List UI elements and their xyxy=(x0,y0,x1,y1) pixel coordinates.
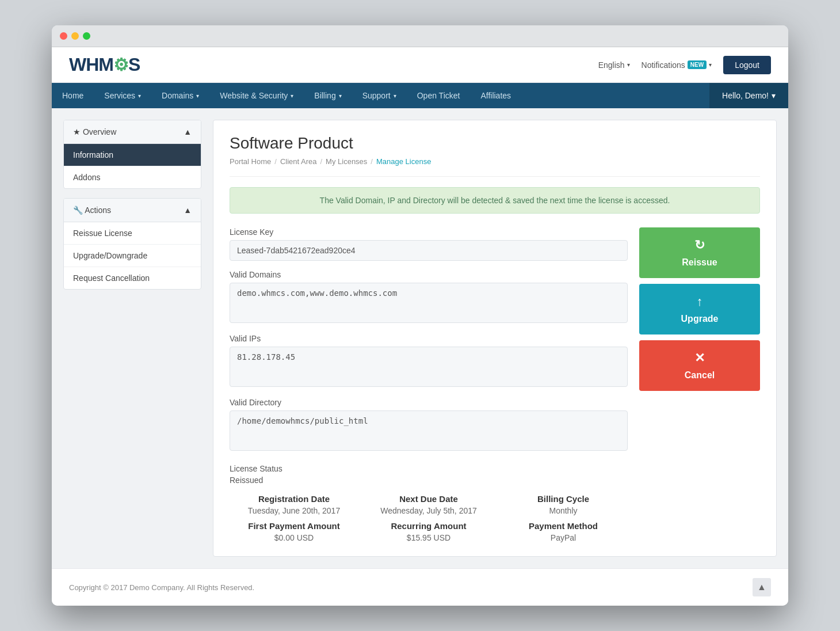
valid-directory-group: Valid Directory /home/demowhmcs/public_h… xyxy=(230,398,628,453)
sidebar-actions-header: 🔧 Actions ▲ xyxy=(64,199,201,222)
close-button[interactable] xyxy=(60,32,67,40)
nav-item-services[interactable]: Services ▾ xyxy=(94,83,151,108)
license-key-label: License Key xyxy=(230,227,628,237)
notifications-button[interactable]: Notifications NEW ▾ xyxy=(642,60,712,70)
nav-left: Home Services ▾ Domains ▾ Website & Secu… xyxy=(52,83,521,108)
navbar: Home Services ▾ Domains ▾ Website & Secu… xyxy=(52,83,788,108)
valid-directory-input[interactable]: /home/demowhmcs/public_html xyxy=(230,410,628,451)
stat-registration-date: Registration Date Tuesday, June 20th, 20… xyxy=(230,494,358,515)
form-section: License Key Valid Domains demo.whmcs.com… xyxy=(230,227,628,542)
valid-ips-input[interactable]: 81.28.178.45 xyxy=(230,347,628,387)
page-title: Software Product xyxy=(230,134,760,153)
stats-grid: Registration Date Tuesday, June 20th, 20… xyxy=(230,494,628,542)
breadcrumb-sep-3: / xyxy=(371,157,373,166)
stat-billing-cycle: Billing Cycle Monthly xyxy=(499,494,628,515)
notifications-label: Notifications xyxy=(642,60,685,70)
overview-collapse-icon[interactable]: ▲ xyxy=(184,127,192,136)
nav-open-ticket-label: Open Ticket xyxy=(417,91,460,100)
nav-billing-label: Billing xyxy=(314,91,335,100)
sidebar: ★ Overview ▲ Information Addons 🔧 A xyxy=(63,120,201,557)
sidebar-section-overview: ★ Overview ▲ Information Addons xyxy=(63,120,201,189)
nav-user-menu[interactable]: Hello, Demo! ▾ xyxy=(709,83,788,108)
language-selector[interactable]: English ▾ xyxy=(598,60,630,70)
copyright-text: Copyright © 2017 Demo Company. All Right… xyxy=(69,583,254,592)
website-security-chevron-icon: ▾ xyxy=(291,93,293,99)
footer: Copyright © 2017 Demo Company. All Right… xyxy=(52,568,788,606)
reissue-button[interactable]: ↻ Reissue xyxy=(639,227,760,278)
stat-recurring-amount: Recurring Amount $15.95 USD xyxy=(364,521,493,542)
sidebar-item-upgrade-downgrade[interactable]: Upgrade/Downgrade xyxy=(64,245,201,267)
wrench-icon: 🔧 xyxy=(73,206,83,215)
sidebar-item-information[interactable]: Information xyxy=(64,144,201,166)
breadcrumb-portal-home[interactable]: Portal Home xyxy=(230,157,271,166)
valid-ips-group: Valid IPs 81.28.178.45 xyxy=(230,334,628,389)
support-chevron-icon: ▾ xyxy=(394,93,396,99)
header-right: English ▾ Notifications NEW ▾ Logout xyxy=(598,56,771,74)
sidebar-item-request-cancellation[interactable]: Request Cancellation xyxy=(64,267,201,289)
nav-item-domains[interactable]: Domains ▾ xyxy=(151,83,209,108)
actions-header-text: 🔧 Actions xyxy=(73,206,111,215)
sidebar-overview-header: ★ Overview ▲ xyxy=(64,120,201,144)
main-layout: ★ Overview ▲ Information Addons 🔧 A xyxy=(52,108,788,568)
nav-user-label: Hello, Demo! xyxy=(722,91,769,100)
new-badge: NEW xyxy=(688,60,707,69)
upgrade-icon: ↑ xyxy=(697,294,703,309)
cancel-icon: ✕ xyxy=(694,351,705,366)
cancel-button[interactable]: ✕ Cancel xyxy=(639,340,760,391)
valid-domains-input[interactable]: demo.whmcs.com,www.demo.whmcs.com xyxy=(230,283,628,323)
breadcrumb-sep-1: / xyxy=(274,157,277,166)
nav-domains-label: Domains xyxy=(162,91,193,100)
upgrade-label: Upgrade xyxy=(681,314,719,324)
stat-first-payment: First Payment Amount $0.00 USD xyxy=(230,521,358,542)
alert-info: The Valid Domain, IP and Directory will … xyxy=(230,187,760,214)
nav-item-home[interactable]: Home xyxy=(52,83,94,108)
cancel-label: Cancel xyxy=(685,370,715,381)
license-key-input[interactable] xyxy=(230,240,628,261)
scroll-to-top-button[interactable]: ▲ xyxy=(753,578,771,596)
chevron-down-icon: ▾ xyxy=(627,62,630,68)
app-window: WHM⚙S English ▾ Notifications NEW ▾ Logo… xyxy=(52,25,788,606)
breadcrumb: Portal Home / Client Area / My Licenses … xyxy=(230,157,760,177)
services-chevron-icon: ▾ xyxy=(138,93,141,99)
reissue-icon: ↻ xyxy=(694,238,705,253)
breadcrumb-client-area[interactable]: Client Area xyxy=(280,157,317,166)
billing-chevron-icon: ▾ xyxy=(339,93,342,99)
sidebar-item-reissue-license[interactable]: Reissue License xyxy=(64,222,201,245)
breadcrumb-my-licenses[interactable]: My Licenses xyxy=(326,157,367,166)
breadcrumb-sep-2: / xyxy=(320,157,322,166)
nav-affiliates-label: Affiliates xyxy=(480,91,511,100)
nav-website-security-label: Website & Security xyxy=(220,91,288,100)
logo-text: WHM⚙S xyxy=(69,54,140,75)
breadcrumb-manage-license: Manage License xyxy=(376,157,431,166)
actions-section: ↻ Reissue ↑ Upgrade ✕ Cancel xyxy=(639,227,760,542)
valid-directory-label: Valid Directory xyxy=(230,398,628,407)
top-header: WHM⚙S English ▾ Notifications NEW ▾ Logo… xyxy=(52,47,788,83)
nav-support-label: Support xyxy=(362,91,391,100)
license-key-group: License Key xyxy=(230,227,628,261)
logout-button[interactable]: Logout xyxy=(723,56,771,74)
valid-domains-label: Valid Domains xyxy=(230,270,628,279)
nav-services-label: Services xyxy=(104,91,135,100)
nav-item-website-security[interactable]: Website & Security ▾ xyxy=(209,83,304,108)
license-status-value: Reissued xyxy=(230,476,628,485)
license-status-label: License Status xyxy=(230,464,628,473)
upgrade-button[interactable]: ↑ Upgrade xyxy=(639,284,760,334)
nav-home-label: Home xyxy=(62,91,83,100)
status-section: License Status Reissued xyxy=(230,464,628,485)
titlebar xyxy=(52,25,788,47)
maximize-button[interactable] xyxy=(83,32,90,40)
stat-next-due-date: Next Due Date Wednesday, July 5th, 2017 xyxy=(364,494,493,515)
nav-item-open-ticket[interactable]: Open Ticket xyxy=(407,83,471,108)
sidebar-section-actions: 🔧 Actions ▲ Reissue License Upgrade/Down… xyxy=(63,198,201,290)
minimize-button[interactable] xyxy=(71,32,79,40)
sidebar-item-addons[interactable]: Addons xyxy=(64,166,201,188)
content-area: Software Product Portal Home / Client Ar… xyxy=(213,120,777,557)
logo: WHM⚙S xyxy=(69,54,140,75)
stat-payment-method: Payment Method PayPal xyxy=(499,521,628,542)
valid-ips-label: Valid IPs xyxy=(230,334,628,343)
nav-item-billing[interactable]: Billing ▾ xyxy=(304,83,352,108)
nav-item-affiliates[interactable]: Affiliates xyxy=(470,83,521,108)
nav-item-support[interactable]: Support ▾ xyxy=(352,83,407,108)
actions-collapse-icon[interactable]: ▲ xyxy=(184,206,192,215)
notifications-chevron-icon: ▾ xyxy=(709,62,712,68)
